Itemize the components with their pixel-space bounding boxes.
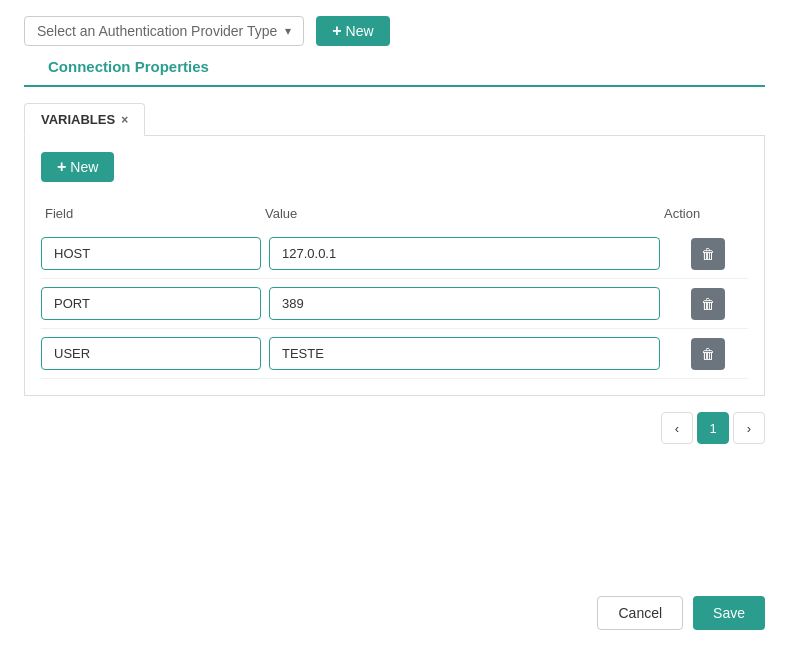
delete-button-3[interactable]: 🗑 (691, 338, 725, 370)
value-cell-1 (269, 237, 660, 270)
field-input-3[interactable] (41, 337, 261, 370)
variables-tab[interactable]: VARIABLES × (24, 103, 145, 136)
table-header: Field Value Action (41, 198, 748, 229)
value-cell-2 (269, 287, 660, 320)
trash-icon-1: 🗑 (701, 246, 715, 262)
col-action: Action (664, 206, 744, 221)
value-cell-3 (269, 337, 660, 370)
plus-icon: + (57, 159, 66, 175)
value-input-2[interactable] (269, 287, 660, 320)
current-page-button[interactable]: 1 (697, 412, 729, 444)
col-value: Value (265, 206, 664, 221)
current-page-label: 1 (709, 421, 716, 436)
plus-icon: + (332, 23, 341, 39)
value-input-1[interactable] (269, 237, 660, 270)
trash-icon-3: 🗑 (701, 346, 715, 362)
prev-page-button[interactable]: ‹ (661, 412, 693, 444)
new-variable-button[interactable]: + New (41, 152, 114, 182)
field-cell-1 (41, 237, 261, 270)
provider-type-select[interactable]: Select an Authentication Provider Type ▾ (24, 16, 304, 46)
prev-icon: ‹ (675, 421, 679, 436)
delete-button-1[interactable]: 🗑 (691, 238, 725, 270)
footer: Cancel Save (573, 572, 789, 646)
provider-select-placeholder: Select an Authentication Provider Type (37, 23, 277, 39)
table-row: 🗑 (41, 229, 748, 279)
action-cell-1: 🗑 (668, 238, 748, 270)
section-title: Connection Properties (24, 58, 765, 87)
action-cell-2: 🗑 (668, 288, 748, 320)
action-cell-3: 🗑 (668, 338, 748, 370)
field-cell-3 (41, 337, 261, 370)
next-icon: › (747, 421, 751, 436)
delete-button-2[interactable]: 🗑 (691, 288, 725, 320)
col-field: Field (45, 206, 265, 221)
trash-icon-2: 🗑 (701, 296, 715, 312)
table-row: 🗑 (41, 279, 748, 329)
new-provider-label: New (346, 23, 374, 39)
pagination: ‹ 1 › (0, 396, 789, 444)
value-input-3[interactable] (269, 337, 660, 370)
table-row: 🗑 (41, 329, 748, 379)
chevron-down-icon: ▾ (285, 24, 291, 38)
top-bar: Select an Authentication Provider Type ▾… (0, 0, 789, 58)
cancel-button[interactable]: Cancel (597, 596, 683, 630)
field-input-1[interactable] (41, 237, 261, 270)
field-input-2[interactable] (41, 287, 261, 320)
new-variable-label: New (70, 159, 98, 175)
connection-properties-section: Connection Properties VARIABLES × + New … (0, 58, 789, 396)
new-provider-button[interactable]: + New (316, 16, 389, 46)
next-page-button[interactable]: › (733, 412, 765, 444)
tab-bar: VARIABLES × (24, 103, 765, 136)
save-button[interactable]: Save (693, 596, 765, 630)
field-cell-2 (41, 287, 261, 320)
tab-close-icon[interactable]: × (121, 114, 128, 126)
tab-section: VARIABLES × + New Field Value Action (24, 103, 765, 396)
tab-content: + New Field Value Action 🗑 (24, 136, 765, 396)
tab-label: VARIABLES (41, 112, 115, 127)
